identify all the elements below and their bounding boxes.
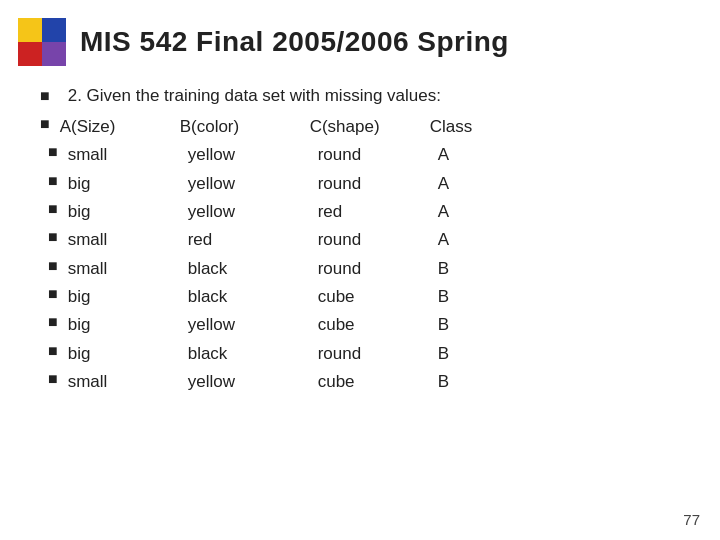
column-headers: A(Size) B(color) C(shape) Class	[60, 114, 510, 140]
row-data-4: smallblackroundB	[68, 256, 518, 282]
cell-2-3: A	[438, 199, 518, 225]
col-class: Class	[430, 114, 510, 140]
cell-2-2: red	[318, 199, 438, 225]
row-data-6: bigyellowcubeB	[68, 312, 518, 338]
cell-1-2: round	[318, 171, 438, 197]
cell-7-3: B	[438, 341, 518, 367]
table-row: ■smallyellowroundA	[48, 142, 680, 168]
col-b: B(color)	[180, 114, 310, 140]
logo	[18, 18, 66, 66]
bullet-3: ■	[48, 228, 58, 246]
cell-1-0: big	[68, 171, 188, 197]
table-row: ■smallyellowcubeB	[48, 369, 680, 395]
table-row: ■bigyellowroundA	[48, 171, 680, 197]
cell-4-2: round	[318, 256, 438, 282]
cell-5-0: big	[68, 284, 188, 310]
logo-purple-square	[42, 42, 66, 66]
table-row: ■smallblackroundB	[48, 256, 680, 282]
row-data-5: bigblackcubeB	[68, 284, 518, 310]
header: MIS 542 Final 2005/2006 Spring	[0, 0, 720, 76]
cell-6-1: yellow	[188, 312, 318, 338]
bullet-6: ■	[48, 313, 58, 331]
cell-8-1: yellow	[188, 369, 318, 395]
cell-3-1: red	[188, 227, 318, 253]
logo-blue-square	[42, 18, 66, 42]
cell-6-3: B	[438, 312, 518, 338]
logo-red-square	[18, 42, 42, 66]
cell-0-0: small	[68, 142, 188, 168]
bullet-0: ■	[48, 143, 58, 161]
page-number: 77	[683, 511, 700, 528]
row-data-2: bigyellowredA	[68, 199, 518, 225]
cell-8-3: B	[438, 369, 518, 395]
cell-8-0: small	[68, 369, 188, 395]
row-data-8: smallyellowcubeB	[68, 369, 518, 395]
cell-3-2: round	[318, 227, 438, 253]
cell-5-2: cube	[318, 284, 438, 310]
bullet-8: ■	[48, 370, 58, 388]
bullet-header: ■	[40, 115, 50, 133]
cell-6-0: big	[68, 312, 188, 338]
bullet-2: ■	[48, 200, 58, 218]
row-data-7: bigblackroundB	[68, 341, 518, 367]
logo-yellow-square	[18, 18, 42, 42]
cell-7-2: round	[318, 341, 438, 367]
cell-3-0: small	[68, 227, 188, 253]
cell-4-3: B	[438, 256, 518, 282]
bullet-4: ■	[48, 257, 58, 275]
row-data-1: bigyellowroundA	[68, 171, 518, 197]
table-row: ■bigblackcubeB	[48, 284, 680, 310]
cell-4-0: small	[68, 256, 188, 282]
table-row: ■bigyellowcubeB	[48, 312, 680, 338]
cell-1-1: yellow	[188, 171, 318, 197]
header-row: ■ A(Size) B(color) C(shape) Class	[40, 114, 680, 140]
table-row: ■bigblackroundB	[48, 341, 680, 367]
cell-2-1: yellow	[188, 199, 318, 225]
cell-6-2: cube	[318, 312, 438, 338]
intro-text: 2. Given the training data set with miss…	[68, 86, 441, 106]
cell-2-0: big	[68, 199, 188, 225]
cell-7-1: black	[188, 341, 318, 367]
col-a: A(Size)	[60, 114, 180, 140]
col-c: C(shape)	[310, 114, 430, 140]
data-table: ■smallyellowroundA■bigyellowroundA■bigye…	[48, 142, 680, 395]
cell-8-2: cube	[318, 369, 438, 395]
cell-0-2: round	[318, 142, 438, 168]
table-row: ■smallredroundA	[48, 227, 680, 253]
cell-5-3: B	[438, 284, 518, 310]
cell-0-1: yellow	[188, 142, 318, 168]
cell-5-1: black	[188, 284, 318, 310]
cell-7-0: big	[68, 341, 188, 367]
main-content: ■ 2. Given the training data set with mi…	[0, 76, 720, 407]
row-data-3: smallredroundA	[68, 227, 518, 253]
row-data-0: smallyellowroundA	[68, 142, 518, 168]
intro-row: ■ 2. Given the training data set with mi…	[40, 86, 680, 112]
cell-1-3: A	[438, 171, 518, 197]
table-row: ■bigyellowredA	[48, 199, 680, 225]
bullet-5: ■	[48, 285, 58, 303]
page-title: MIS 542 Final 2005/2006 Spring	[80, 26, 509, 58]
bullet-intro: ■	[40, 87, 50, 105]
bullet-7: ■	[48, 342, 58, 360]
bullet-1: ■	[48, 172, 58, 190]
cell-0-3: A	[438, 142, 518, 168]
cell-4-1: black	[188, 256, 318, 282]
cell-3-3: A	[438, 227, 518, 253]
